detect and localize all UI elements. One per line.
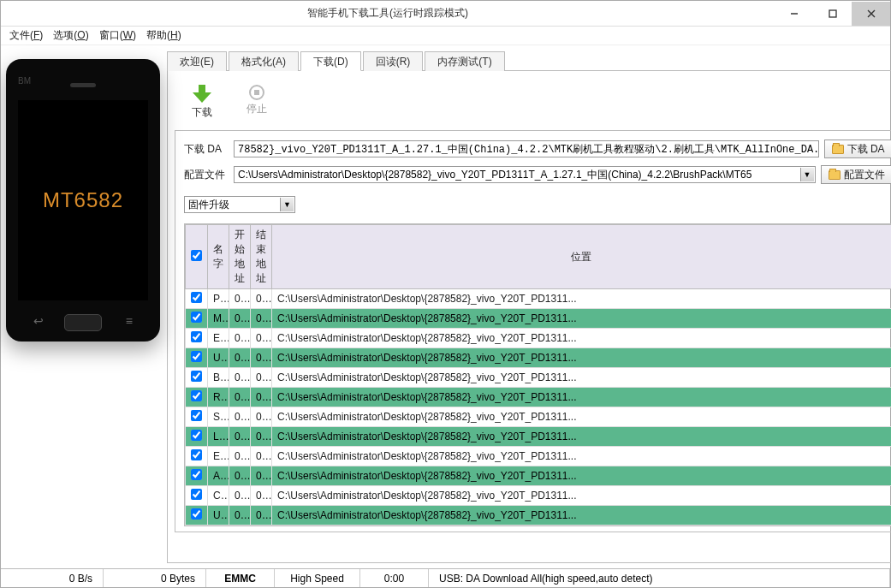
partition-grid: 名字 开始地址 结束地址 位置 PRELOADER0x0000000000000… — [184, 223, 891, 526]
action-toolbar: 下载 停止 — [175, 78, 891, 130]
menu-options[interactable]: 选项(O) — [53, 28, 88, 43]
svg-rect-1 — [829, 10, 836, 17]
row-check[interactable] — [191, 390, 202, 401]
table-row[interactable]: RECOVERY0x00000000039800000x0000000003f7… — [186, 388, 892, 407]
scatter-btn-label: 配置文件 — [844, 168, 885, 182]
da-browse-button[interactable]: 下载 DA — [824, 140, 891, 158]
statusbar: 0 B/s 0 Bytes EMMC High Speed 0:00 USB: … — [1, 568, 890, 587]
table-row[interactable]: MBR0x0000000000c000000x0000000000c7ffffC… — [186, 309, 892, 329]
row-end: 0x000000007e37ffff — [251, 486, 272, 506]
mode-row: 固件升级 ▼ — [184, 196, 891, 213]
close-button[interactable] — [852, 2, 890, 26]
col-name[interactable]: 名字 — [208, 225, 229, 289]
table-row[interactable]: EBR10x0000000000c800000x0000000000cfffff… — [186, 329, 892, 348]
row-check-cell — [186, 348, 208, 368]
table-row[interactable]: UBOOT0x00000000033200000x000000000337fff… — [186, 348, 892, 368]
row-check[interactable] — [191, 430, 202, 441]
check-all[interactable] — [191, 250, 202, 261]
row-end: 0x000000000397ffff — [251, 368, 272, 388]
status-time: 0:00 — [360, 569, 429, 587]
row-location: C:\Users\Administrator\Desktop\{2878582}… — [272, 388, 892, 407]
phone-speaker-icon — [70, 83, 96, 87]
row-location: C:\Users\Administrator\Desktop\{2878582}… — [272, 447, 892, 466]
menu-file[interactable]: 文件(F) — [9, 28, 43, 43]
row-location: C:\Users\Administrator\Desktop\{2878582}… — [272, 407, 892, 427]
row-location: C:\Users\Administrator\Desktop\{2878582}… — [272, 368, 892, 388]
row-name: ANDROID — [208, 466, 229, 486]
row-end: 0x00000000fe37ffff — [251, 506, 272, 526]
table-row[interactable]: USRDATA0x000000007e3800000x00000000fe37f… — [186, 506, 892, 526]
download-action[interactable]: 下载 — [192, 85, 212, 120]
table-row[interactable]: CACHE0x0000000077f800000x000000007e37fff… — [186, 486, 892, 506]
col-location[interactable]: 位置 — [272, 225, 892, 289]
folder-icon — [832, 145, 844, 154]
col-end[interactable]: 结束地址 — [251, 225, 272, 289]
row-end: 0x0000000000cfffff — [251, 329, 272, 348]
row-start: 0x0000000003380000 — [229, 368, 251, 388]
stop-label: 停止 — [247, 102, 267, 116]
minimize-button[interactable] — [775, 2, 813, 26]
row-name: PRELOADER — [208, 289, 229, 309]
scatter-input[interactable]: C:\Users\Administrator\Desktop\{2878582}… — [234, 166, 816, 183]
table-row[interactable]: ANDROID0x0000000017f800000x0000000077f7f… — [186, 466, 892, 486]
stop-action[interactable]: 停止 — [247, 85, 267, 120]
row-check[interactable] — [191, 410, 202, 421]
row-check-cell — [186, 368, 208, 388]
window-controls — [775, 2, 890, 26]
row-start: 0x000000007e380000 — [229, 506, 251, 526]
app-window: 智能手机下载工具(运行时跟踪模式) 文件(F) 选项(O) 窗口(W) 帮助(H… — [0, 0, 891, 588]
chipset-label: MT6582 — [43, 188, 123, 212]
row-check-cell — [186, 427, 208, 447]
phone-screen: MT6582 — [18, 100, 148, 300]
row-check-cell — [186, 309, 208, 329]
row-end: 0x000000000048fffff — [251, 427, 272, 447]
scatter-browse-button[interactable]: 配置文件 — [821, 165, 891, 184]
tab-welcome[interactable]: 欢迎(E) — [167, 51, 227, 71]
row-check[interactable] — [191, 449, 202, 460]
download-label: 下载 — [192, 105, 212, 120]
row-check[interactable] — [191, 331, 202, 342]
tab-download[interactable]: 下载(D) — [300, 51, 361, 71]
row-check[interactable] — [191, 508, 202, 520]
row-check[interactable] — [191, 371, 202, 382]
table-row[interactable]: SEC_RO0x0000000003f800000x000000000457ff… — [186, 407, 892, 427]
row-start: 0x0000000000c00000 — [229, 309, 251, 329]
mode-select[interactable]: 固件升级 ▼ — [184, 196, 295, 213]
table-row[interactable]: LOGO0x00000000046000000x000000000048ffff… — [186, 427, 892, 447]
phone-home-icon — [64, 314, 102, 331]
tab-format[interactable]: 格式化(A) — [229, 51, 299, 71]
table-row[interactable]: PRELOADER0x00000000000000000x00000000000… — [186, 289, 892, 309]
maximize-button[interactable] — [813, 2, 852, 26]
row-check-cell — [186, 466, 208, 486]
row-check[interactable] — [191, 351, 202, 362]
table-row[interactable]: BOOTIMG0x00000000033800000x000000000397f… — [186, 368, 892, 388]
download-icon — [193, 85, 211, 104]
chevron-down-icon[interactable]: ▼ — [280, 198, 294, 211]
menu-window[interactable]: 窗口(W) — [99, 28, 136, 43]
row-location: C:\Users\Administrator\Desktop\{2878582}… — [272, 486, 892, 506]
row-check[interactable] — [191, 312, 202, 323]
row-end: 0x000000000457ffff — [251, 407, 272, 427]
row-start: 0x0000000004600000 — [229, 427, 251, 447]
row-check[interactable] — [191, 489, 202, 500]
row-check[interactable] — [191, 292, 202, 303]
tab-readback[interactable]: 回读(R) — [363, 51, 424, 71]
row-name: UBOOT — [208, 348, 229, 368]
da-input[interactable]: 78582}_vivo_Y20T_PD1311T_A_1.27.1_中国(Chi… — [234, 140, 819, 157]
row-start: 0x0000000003980000 — [229, 388, 251, 407]
row-name: RECOVERY — [208, 388, 229, 407]
col-start[interactable]: 开始地址 — [229, 225, 251, 289]
row-end: 0x0000000003f7ffff — [251, 388, 272, 407]
row-name: SEC_RO — [208, 407, 229, 427]
row-start: 0x0000000077f80000 — [229, 486, 251, 506]
download-panel: 下载 停止 下载 DA 78582}_vivo_Y20T_PD1311T_A_1… — [167, 71, 891, 563]
row-check[interactable] — [191, 469, 202, 480]
status-bytes: 0 Bytes — [104, 569, 206, 587]
row-end: 0x0000000000c7ffff — [251, 309, 272, 329]
chevron-down-icon[interactable]: ▼ — [800, 168, 814, 181]
table-row[interactable]: EBR20x00000000049000000x000000000497ffff… — [186, 447, 892, 466]
tab-memtest[interactable]: 内存测试(T) — [425, 51, 504, 71]
row-check-cell — [186, 407, 208, 427]
da-label: 下载 DA — [184, 142, 229, 157]
menu-help[interactable]: 帮助(H) — [146, 28, 181, 43]
